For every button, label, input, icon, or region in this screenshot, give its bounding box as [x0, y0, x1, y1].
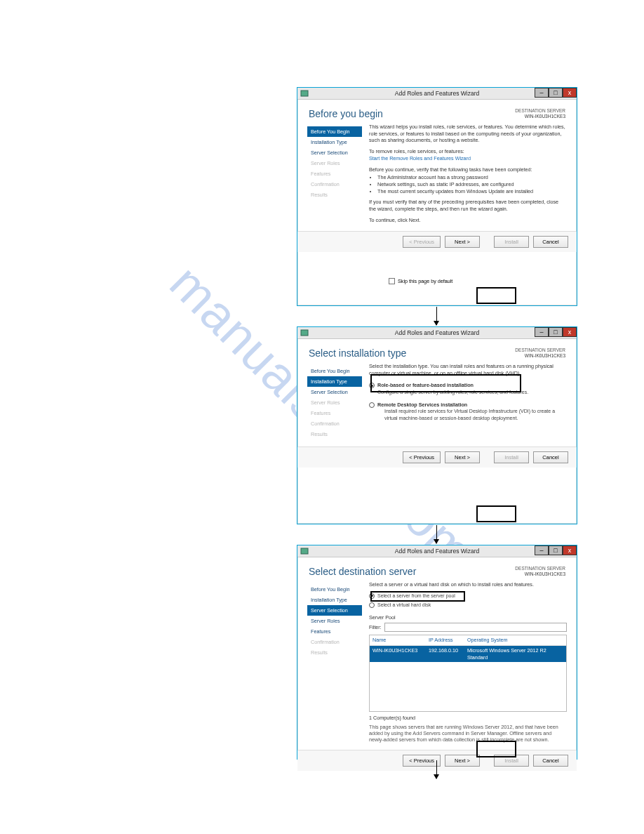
- remove-label: To remove roles, role services, or featu…: [369, 148, 567, 155]
- prereq-item: The most current security updates from W…: [377, 188, 567, 195]
- server-pool-heading: Server Pool: [369, 614, 567, 621]
- next-button[interactable]: Next >: [445, 236, 480, 248]
- minimize-button[interactable]: –: [535, 327, 549, 337]
- nav-results: Results: [307, 190, 362, 200]
- page-heading: Select destination server: [309, 566, 416, 577]
- col-os-header[interactable]: Operating System: [467, 637, 563, 644]
- close-button[interactable]: x: [563, 545, 577, 555]
- radio-icon: [369, 383, 375, 388]
- verify-note: If you must verify that any of the prece…: [369, 199, 567, 212]
- prereq-item: The Administrator account has a strong p…: [377, 174, 567, 181]
- intro-text: Select the installation type. You can in…: [369, 363, 567, 376]
- col-ip-header[interactable]: IP Address: [429, 637, 467, 644]
- minimize-button[interactable]: –: [535, 88, 549, 98]
- verify-label: Before you continue, verify that the fol…: [369, 166, 567, 173]
- remove-wizard-link[interactable]: Start the Remove Roles and Features Wiza…: [369, 155, 567, 162]
- destination-server-label: DESTINATION SERVER WIN-IK0U3H1CKE3: [515, 348, 565, 359]
- previous-button[interactable]: < Previous: [403, 451, 441, 463]
- option-desc: Configure a single server by adding role…: [377, 389, 528, 395]
- flow-arrow-icon: [436, 525, 437, 543]
- wizard-installation-type: Add Roles and Features Wizard – □ x Sele…: [297, 326, 577, 524]
- next-button[interactable]: Next >: [445, 451, 480, 463]
- prereq-item: Network settings, such as static IP addr…: [377, 181, 567, 188]
- server-table: Name IP Address Operating System WIN-IK0…: [369, 635, 567, 712]
- radio-vhd[interactable]: Select a virtual hard disk: [369, 600, 567, 609]
- install-button: Install: [494, 755, 529, 767]
- continue-note: To continue, click Next.: [369, 217, 567, 224]
- minimize-button[interactable]: –: [535, 545, 549, 555]
- radio-role-based[interactable]: Role-based or feature-based installation…: [369, 380, 567, 397]
- cell-os: Microsoft Windows Server 2012 R2 Standar…: [467, 647, 563, 661]
- intro-text: Select a server or a virtual hard disk o…: [369, 581, 567, 588]
- titlebar: Add Roles and Features Wizard – □ x: [297, 327, 577, 339]
- nav-features[interactable]: Features: [307, 626, 362, 637]
- maximize-button[interactable]: □: [549, 88, 563, 98]
- radio-server-pool[interactable]: Select a server from the server pool: [369, 591, 567, 600]
- radio-icon: [369, 402, 375, 408]
- nav-installation-type[interactable]: Installation Type: [307, 137, 362, 147]
- close-button[interactable]: x: [563, 327, 577, 337]
- nav-server-selection[interactable]: Server Selection: [307, 605, 362, 616]
- computers-found: 1 Computer(s) found: [369, 715, 567, 722]
- install-button: Install: [494, 236, 529, 248]
- nav-confirmation: Confirmation: [307, 418, 362, 429]
- intro-text: This wizard helps you install roles, rol…: [369, 124, 567, 144]
- page-heading: Select installation type: [309, 348, 406, 359]
- nav-server-selection[interactable]: Server Selection: [307, 147, 362, 158]
- nav-confirmation: Confirmation: [307, 179, 362, 190]
- previous-button[interactable]: < Previous: [403, 755, 441, 767]
- radio-rds[interactable]: Remote Desktop Services installation Ins…: [369, 400, 567, 423]
- wizard-destination-server: Add Roles and Features Wizard – □ x Sele…: [297, 545, 577, 760]
- cancel-button[interactable]: Cancel: [533, 451, 568, 463]
- content-area: Select the installation type. You can in…: [369, 363, 567, 439]
- filter-label: Filter:: [369, 624, 382, 630]
- cancel-button[interactable]: Cancel: [533, 755, 568, 767]
- next-button[interactable]: Next >: [445, 755, 480, 767]
- nav-results: Results: [307, 429, 362, 439]
- nav-confirmation: Confirmation: [307, 637, 362, 647]
- pool-note: This page shows servers that are running…: [369, 724, 567, 743]
- content-area: This wizard helps you install roles, rol…: [369, 124, 567, 224]
- nav-server-selection[interactable]: Server Selection: [307, 387, 362, 397]
- cell-name: WIN-IK0U3H1CKE3: [373, 647, 429, 661]
- nav-installation-type[interactable]: Installation Type: [307, 376, 362, 387]
- next-highlight: [476, 287, 516, 304]
- nav-server-roles: Server Roles: [307, 397, 362, 408]
- col-name-header[interactable]: Name: [373, 637, 429, 644]
- filter-input[interactable]: [384, 623, 568, 632]
- titlebar: Add Roles and Features Wizard – □ x: [297, 88, 577, 100]
- option-label: Select a virtual hard disk: [377, 602, 431, 608]
- nav-features: Features: [307, 408, 362, 418]
- nav-before-you-begin[interactable]: Before You Begin: [307, 366, 362, 376]
- nav-before-you-begin[interactable]: Before You Begin: [307, 584, 362, 595]
- previous-button: < Previous: [403, 236, 441, 248]
- nav-features: Features: [307, 168, 362, 179]
- cancel-button[interactable]: Cancel: [533, 236, 568, 248]
- nav-server-roles[interactable]: Server Roles: [307, 616, 362, 626]
- wizard-sidebar: Before You Begin Installation Type Serve…: [307, 581, 362, 743]
- table-row[interactable]: WIN-IK0U3H1CKE3 192.168.0.10 Microsoft W…: [370, 646, 566, 662]
- wizard-sidebar: Before You Begin Installation Type Serve…: [307, 124, 362, 224]
- option-label: Select a server from the server pool: [377, 593, 455, 599]
- wizard-before-you-begin: Add Roles and Features Wizard – □ x Befo…: [297, 87, 577, 306]
- flow-arrow-icon: [436, 760, 437, 779]
- nav-before-you-begin[interactable]: Before You Begin: [307, 126, 362, 137]
- maximize-button[interactable]: □: [549, 545, 563, 555]
- install-button: Install: [494, 451, 529, 463]
- maximize-button[interactable]: □: [549, 327, 563, 337]
- next-highlight: [476, 505, 516, 522]
- flow-arrow-icon: [436, 307, 437, 325]
- page-heading: Before you begin: [309, 108, 383, 119]
- option-desc: Install required role services for Virtu…: [377, 408, 567, 421]
- cell-ip: 192.168.0.10: [429, 647, 467, 661]
- option-title: Role-based or feature-based installation: [377, 382, 528, 389]
- destination-server-label: DESTINATION SERVER WIN-IK0U3H1CKE3: [515, 108, 565, 119]
- content-area: Select a server or a virtual hard disk o…: [369, 581, 567, 743]
- nav-server-roles: Server Roles: [307, 158, 362, 168]
- radio-icon: [369, 602, 375, 608]
- close-button[interactable]: x: [563, 88, 577, 98]
- skip-checkbox[interactable]: [389, 278, 395, 284]
- radio-icon: [369, 593, 375, 599]
- nav-installation-type[interactable]: Installation Type: [307, 595, 362, 605]
- nav-results: Results: [307, 647, 362, 658]
